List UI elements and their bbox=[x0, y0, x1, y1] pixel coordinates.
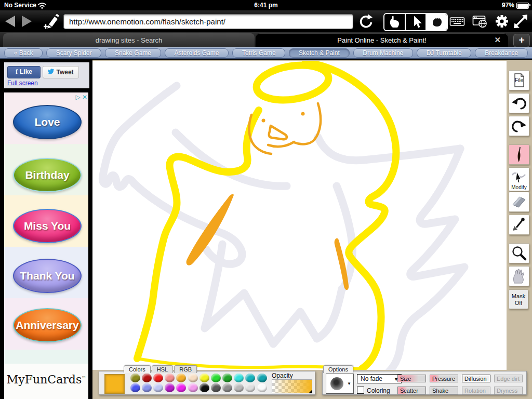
url-input[interactable] bbox=[68, 16, 351, 28]
facebook-like-button[interactable]: fLike bbox=[7, 66, 41, 78]
palette-color-swatch[interactable] bbox=[211, 374, 221, 382]
option-diffusion[interactable]: Diffusion bbox=[462, 375, 490, 382]
palette-color-swatch[interactable] bbox=[245, 383, 255, 392]
option-dryness: Dryness bbox=[494, 387, 523, 394]
palette-color-swatch[interactable] bbox=[153, 383, 163, 392]
palette-color-swatch[interactable] bbox=[222, 383, 232, 392]
palette-color-swatch[interactable] bbox=[142, 374, 152, 382]
ad-button-miss-you[interactable]: Miss You bbox=[13, 209, 82, 243]
keyboard-icon[interactable] bbox=[449, 13, 466, 30]
eraser-tool-button[interactable] bbox=[509, 192, 529, 212]
redo-button[interactable] bbox=[509, 116, 529, 136]
palette-color-swatch[interactable] bbox=[153, 374, 163, 382]
facebook-logo-icon: f bbox=[16, 68, 18, 75]
option-rotation: Rotation bbox=[462, 387, 490, 394]
ad-button-love[interactable]: Love bbox=[13, 105, 82, 139]
file-button[interactable]: File bbox=[509, 70, 529, 90]
touch-mode-button[interactable] bbox=[384, 14, 405, 30]
palette-color-swatch[interactable] bbox=[211, 383, 221, 392]
brush-tool-button-selected[interactable] bbox=[509, 144, 529, 165]
ad-brand-text[interactable]: MyFunCards™ bbox=[4, 373, 88, 386]
new-tab-button[interactable]: + bbox=[513, 34, 530, 47]
back-button[interactable] bbox=[5, 16, 15, 27]
ad-button-anniversary[interactable]: Anniversary bbox=[13, 308, 82, 342]
palette-color-swatch[interactable] bbox=[165, 383, 175, 392]
option-pressure[interactable]: Pressure bbox=[430, 375, 458, 382]
bookmark-item-dj-turntable[interactable]: DJ Turntable bbox=[417, 48, 471, 58]
tab-options[interactable]: Options bbox=[323, 365, 353, 373]
modify-tool-button[interactable]: Modify bbox=[509, 167, 529, 191]
option-shake[interactable]: Shake bbox=[430, 387, 458, 394]
cursor-mode-button[interactable] bbox=[405, 14, 426, 30]
reload-icon[interactable] bbox=[357, 13, 374, 30]
eyedropper-tool-button[interactable] bbox=[509, 215, 529, 235]
tab-drawing-sites-search[interactable]: drawing sites - Search bbox=[3, 33, 255, 47]
drag-mode-button[interactable] bbox=[425, 14, 447, 30]
bookmark-item-back[interactable]: « Back bbox=[4, 48, 43, 58]
tab-bar: drawing sites - Search Paint Online - Sk… bbox=[0, 32, 532, 47]
opacity-slider[interactable] bbox=[272, 379, 312, 393]
browser-window-icon[interactable] bbox=[472, 13, 488, 30]
bookmark-item-drum-machine[interactable]: Drum Machine bbox=[353, 48, 413, 58]
palette-color-swatch[interactable] bbox=[188, 374, 198, 382]
bookmark-item-scary-spider[interactable]: Scary Spider bbox=[46, 48, 101, 58]
tweet-button[interactable]: Tweet bbox=[43, 66, 79, 78]
tab-rgb[interactable]: RGB bbox=[174, 365, 197, 373]
brush-preview[interactable]: ▼ bbox=[326, 374, 354, 394]
pan-hand-tool-button[interactable] bbox=[509, 266, 529, 286]
palette-color-swatch[interactable] bbox=[257, 374, 267, 382]
palette-color-swatch[interactable] bbox=[130, 383, 140, 392]
brush-tip-preview-icon bbox=[330, 377, 343, 390]
palette-color-swatch[interactable] bbox=[245, 374, 255, 382]
forward-button[interactable] bbox=[22, 16, 32, 27]
tab-colors[interactable]: Colors bbox=[124, 365, 151, 373]
drawing-canvas[interactable] bbox=[92, 61, 507, 370]
battery-percent: 97% bbox=[502, 2, 514, 9]
palette-color-swatch[interactable] bbox=[130, 374, 140, 382]
palette-color-swatch[interactable] bbox=[176, 374, 186, 382]
adchoices-close-icons[interactable]: ▷ ✕ bbox=[75, 94, 87, 101]
browser-toolbar bbox=[0, 10, 532, 32]
palette-color-swatch[interactable] bbox=[165, 374, 175, 382]
mask-toggle-button[interactable]: Mask Off bbox=[509, 289, 528, 309]
battery-icon bbox=[516, 3, 529, 9]
tab-hsl[interactable]: HSL bbox=[152, 365, 173, 373]
chevron-down-icon: ▼ bbox=[347, 381, 351, 386]
bookmark-item-sketch-paint[interactable]: Sketch & Paint bbox=[289, 48, 349, 58]
palette-color-swatch[interactable] bbox=[222, 374, 232, 382]
color-palette bbox=[129, 373, 270, 393]
fade-select[interactable]: No fade ▼ bbox=[357, 374, 402, 383]
colors-panel: Opacity bbox=[99, 371, 315, 395]
palette-color-swatch[interactable] bbox=[234, 374, 244, 382]
bookmark-item-snake-game[interactable]: Snake Game bbox=[105, 48, 161, 58]
screen: No Service 6:41 pm 97% bbox=[0, 0, 532, 399]
pointer-mode-control bbox=[383, 13, 448, 31]
annotate-pen-icon[interactable] bbox=[44, 12, 61, 30]
settings-gear-icon[interactable] bbox=[494, 13, 510, 30]
coloring-checkbox[interactable] bbox=[357, 387, 364, 394]
palette-color-swatch[interactable] bbox=[142, 383, 152, 392]
palette-color-swatch[interactable] bbox=[257, 383, 267, 392]
palette-color-swatch[interactable] bbox=[176, 383, 186, 392]
palette-color-swatch[interactable] bbox=[200, 383, 209, 392]
palette-color-swatch[interactable] bbox=[234, 383, 244, 392]
ad-button-birthday[interactable]: Birthday bbox=[13, 158, 82, 192]
option-size[interactable]: Size bbox=[397, 375, 426, 382]
fullscreen-expand-icon[interactable] bbox=[512, 13, 529, 30]
tab-title: drawing sites - Search bbox=[96, 36, 163, 44]
bookmark-item-breakdance[interactable]: Breakdance bbox=[475, 48, 527, 58]
current-color-swatch[interactable] bbox=[104, 374, 125, 394]
undo-button[interactable] bbox=[509, 93, 529, 113]
ad-button-label: Thank You bbox=[20, 270, 74, 282]
zoom-tool-button[interactable] bbox=[509, 243, 529, 263]
bookmark-item-asteroids-game[interactable]: Asteroids Game bbox=[165, 48, 229, 58]
tab-paint-online[interactable]: Paint Online - Sketch & Paint! ✕ bbox=[256, 33, 508, 47]
palette-color-swatch[interactable] bbox=[200, 374, 209, 382]
option-scatter[interactable]: Scatter bbox=[397, 387, 426, 394]
palette-color-swatch[interactable] bbox=[188, 383, 198, 392]
ad-button-thank-you[interactable]: Thank You bbox=[13, 259, 82, 293]
clock: 6:41 pm bbox=[0, 2, 532, 9]
bookmark-item-tetris-game[interactable]: Tetris Game bbox=[232, 48, 285, 58]
tab-close-icon[interactable]: ✕ bbox=[494, 35, 501, 45]
fullscreen-link[interactable]: Full screen bbox=[7, 79, 38, 87]
